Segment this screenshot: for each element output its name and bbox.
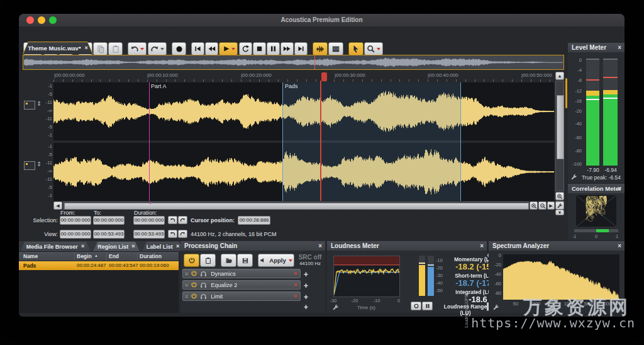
chain-open-button[interactable] xyxy=(221,254,236,267)
selection-from-field[interactable]: 00:00:00:000 xyxy=(60,216,91,225)
editor-settings-button[interactable] xyxy=(555,201,564,210)
spectrum-settings-wrench-icon[interactable] xyxy=(492,304,499,311)
loudness-settings-wrench-icon[interactable] xyxy=(332,304,339,311)
panel-title: Spectrum Analyzer × xyxy=(489,241,625,251)
tab-close-icon[interactable]: × xyxy=(176,244,179,249)
overview-cursor-line xyxy=(314,55,315,69)
apply-button[interactable]: Apply xyxy=(258,254,294,267)
vscroll-thumb[interactable] xyxy=(557,95,564,159)
effect-row-limit[interactable]: ≡ Limit × xyxy=(182,291,301,301)
tab-label-list[interactable]: Label List× xyxy=(142,242,184,251)
zoom-in-horizontal-button[interactable] xyxy=(530,201,538,210)
waveform-view-button[interactable] xyxy=(313,42,328,55)
panel-close-icon[interactable]: × xyxy=(618,184,621,193)
view-from-field[interactable]: 00:00:00:000 xyxy=(60,230,91,239)
zoom-in-vertical-button[interactable] xyxy=(555,192,564,200)
loudness-reset-button[interactable] xyxy=(411,302,421,310)
overview-strip[interactable] xyxy=(23,55,564,70)
tab-close-icon[interactable]: × xyxy=(131,244,135,249)
tab-media-file-browser[interactable]: Media File Browser× xyxy=(20,242,91,251)
zoom-tool-button[interactable] xyxy=(364,42,383,55)
panel-dock-grip[interactable] xyxy=(565,78,567,108)
column-header-begin[interactable]: Begin xyxy=(77,253,92,259)
remove-effect-icon[interactable]: × xyxy=(294,281,297,288)
chain-enable-button[interactable] xyxy=(184,254,199,267)
spectral-view-button[interactable] xyxy=(328,42,343,55)
vertical-scrollbar[interactable] xyxy=(555,81,564,191)
document-tab[interactable]: Theme Music.wav* × xyxy=(23,42,93,54)
column-header-duration[interactable]: Duration xyxy=(140,253,162,259)
hscroll-right-button[interactable]: ▶ xyxy=(547,201,555,210)
vscroll-up-button[interactable]: ▲ xyxy=(555,72,564,80)
region-duration-cell: 00:00:19:060 xyxy=(140,263,169,268)
chain-save-button[interactable] xyxy=(237,254,253,267)
region-name-cell: Pads xyxy=(23,263,36,269)
view-undo-button[interactable] xyxy=(168,230,177,238)
panel-close-icon[interactable]: × xyxy=(318,241,322,251)
spectrum-y-tick: -80 xyxy=(491,290,501,296)
selection-to-field[interactable]: 00:00:00:000 xyxy=(93,216,125,225)
column-header-end[interactable]: End xyxy=(109,253,119,259)
cursor-position-field[interactable]: 00:00:28:886 xyxy=(238,216,270,225)
panel-close-icon[interactable]: × xyxy=(480,241,484,251)
table-row[interactable]: Pads 00:00:24:487 00:00:43:547 00:00:19:… xyxy=(19,261,179,270)
window-minimize-button[interactable] xyxy=(38,16,45,24)
zoom-out-horizontal-button[interactable] xyxy=(538,201,547,210)
vscroll-down-button[interactable]: ▼ xyxy=(555,210,564,215)
view-to-field[interactable]: 00:00:53:493 xyxy=(93,230,125,239)
overview-waveform[interactable] xyxy=(24,56,563,69)
paste-button[interactable] xyxy=(108,42,123,55)
window-close-button[interactable] xyxy=(26,16,34,24)
watermark-url-text: https://www.wxzyw.cn xyxy=(471,315,635,331)
region-table-header[interactable]: Name Begin ▲ End Duration xyxy=(19,252,179,261)
stop-button[interactable] xyxy=(253,42,266,55)
hscroll-left-button[interactable]: ◀ xyxy=(53,201,62,210)
marker-part-a-line[interactable] xyxy=(149,82,150,201)
column-header-name[interactable]: Name xyxy=(23,253,38,259)
chain-clipboard-button[interactable] xyxy=(200,254,216,267)
edit-tool-button[interactable] xyxy=(348,42,364,55)
remove-effect-icon[interactable]: × xyxy=(294,293,297,300)
undo-button[interactable] xyxy=(128,42,147,55)
hscroll-thumb[interactable] xyxy=(64,203,529,210)
region-pads-overlay[interactable]: Pads xyxy=(282,82,461,201)
pause-button[interactable] xyxy=(267,42,280,55)
window-zoom-button[interactable] xyxy=(49,16,57,24)
go-to-end-button[interactable] xyxy=(294,42,308,55)
drag-handle-icon[interactable]: ≡ xyxy=(185,271,188,277)
view-redo-button[interactable] xyxy=(178,230,187,238)
loudness-pause-button[interactable] xyxy=(422,302,433,310)
panel-close-icon[interactable]: × xyxy=(618,43,621,52)
level-settings-wrench-icon[interactable] xyxy=(570,174,577,181)
channel2-select-box[interactable] xyxy=(24,161,35,170)
effect-row-equalize[interactable]: ≡ Equalize 2 × xyxy=(182,280,301,290)
go-to-start-button[interactable] xyxy=(191,42,204,55)
horizontal-scrollbar[interactable] xyxy=(63,201,529,210)
loop-button[interactable] xyxy=(239,42,252,55)
drag-handle-icon[interactable]: ≡ xyxy=(185,282,188,288)
tab-region-list[interactable]: Region List× xyxy=(93,242,140,251)
fast-forward-button[interactable] xyxy=(280,42,294,55)
timeline-ruler[interactable]: |00:00:00:000 |00:00:10:000 |00:00:20:00… xyxy=(23,71,564,82)
selection-redo-button[interactable] xyxy=(178,216,187,224)
effect-name: Dynamics xyxy=(211,271,236,277)
tab-close-icon[interactable]: × xyxy=(81,244,84,249)
copy-button[interactable] xyxy=(93,42,108,55)
loudness-x-tick: -30 xyxy=(330,298,337,303)
record-button[interactable] xyxy=(172,42,186,55)
document-tab-close-icon[interactable]: × xyxy=(85,45,88,51)
remove-effect-icon[interactable]: × xyxy=(294,270,297,277)
selection-undo-button[interactable] xyxy=(168,216,177,224)
db-label: -5 xyxy=(37,152,52,157)
selection-duration-field[interactable]: 00:00:00:000 xyxy=(133,216,165,225)
view-duration-field[interactable]: 00:00:53:493 xyxy=(133,230,165,239)
panel-close-icon[interactable]: × xyxy=(618,241,621,251)
cursor-handle[interactable] xyxy=(321,72,327,81)
redo-button[interactable] xyxy=(148,42,167,55)
marker-part-a-label: Part A xyxy=(151,83,167,89)
effect-row-dynamics[interactable]: ≡ Dynamics × xyxy=(182,269,301,278)
play-button[interactable] xyxy=(219,42,238,55)
rewind-button[interactable] xyxy=(205,42,218,55)
channel1-select-box[interactable] xyxy=(24,101,35,110)
drag-handle-icon[interactable]: ≡ xyxy=(185,293,188,300)
